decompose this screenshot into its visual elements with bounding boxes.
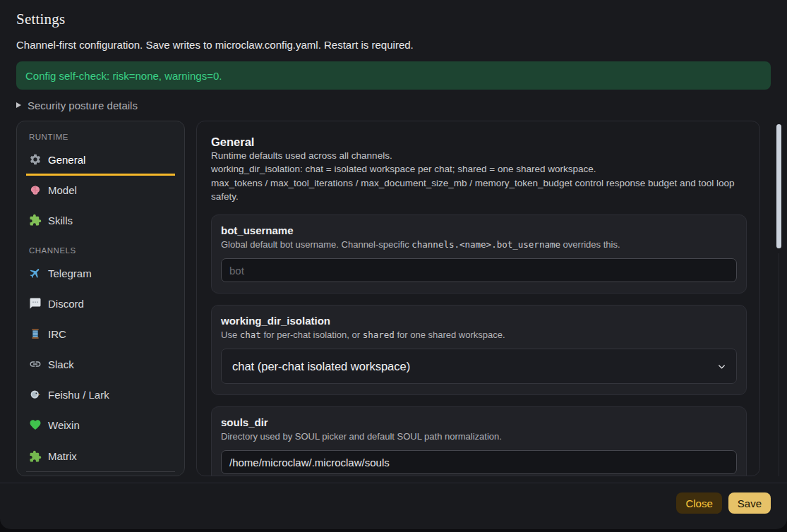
field-description-text: for one shared workspace. [395,330,505,340]
sidebar-item-skills[interactable]: Skills [26,206,175,236]
panel-description-line: working_dir_isolation: chat = isolated w… [211,162,747,176]
sidebar-item-slack[interactable]: Slack [26,350,175,380]
security-details-label: Security posture details [28,99,138,111]
page-title: Settings [16,11,771,28]
souls-dir-input[interactable] [221,450,737,474]
field-name: working_dir_isolation [221,315,737,327]
footer: Close Save [16,492,771,514]
page-subtitle: Channel-first configuration. Save writes… [16,39,771,51]
gear-icon [29,153,42,166]
panel-description: Runtime defaults used across all channel… [211,149,747,203]
sidebar-item-label: Weixin [48,419,80,431]
field-description-text: Global default bot username. Channel-spe… [221,239,411,250]
sidebar-item-irc[interactable]: IRC [26,320,175,350]
sidebar-item-telegram[interactable]: Telegram [26,259,175,289]
link-icon [29,358,42,370]
panel-heading: General [211,135,747,149]
field-card-working-dir-isolation: working_dir_isolation Use chat for per-c… [211,305,747,395]
sidebar-item-weixin[interactable]: Weixin [26,411,175,441]
field-description-code: channels.<name>.bot_username [411,239,560,250]
save-button[interactable]: Save [728,492,771,514]
paper-plane-icon [29,267,42,279]
expand-triangle-icon [16,102,21,108]
close-button[interactable]: Close [676,492,721,514]
sidebar-item-label: Feishu / Lark [48,389,109,401]
settings-sidebar: RUNTIME General Model Skills CHANNELS [16,121,185,476]
field-description-text: for per-chat isolation, or [261,330,363,340]
settings-main-panel: General Runtime defaults used across all… [196,121,760,476]
settings-modal: Settings Channel-first configuration. Sa… [0,0,787,529]
sidebar-item-label: IRC [48,328,66,340]
banner-text: Config self-check: risk=none, warnings=0… [25,70,222,82]
bird-icon [29,388,42,401]
footer-divider [0,483,787,483]
scrollbar-thumb[interactable] [776,124,781,248]
speech-balloon-icon [29,297,42,310]
brain-icon [29,183,42,196]
scrollbar-track [779,253,779,476]
working-dir-isolation-select[interactable]: chat (per-chat isolated workspace) [221,349,737,384]
field-description-code: chat [240,330,261,340]
field-card-bot-username: bot_username Global default bot username… [211,214,747,294]
puzzle-icon [29,214,42,226]
field-description-text: overrides this. [560,239,620,250]
field-name: souls_dir [221,416,737,428]
field-description: Global default bot username. Channel-spe… [221,239,737,250]
panel-description-line: Runtime defaults used across all channel… [211,149,747,162]
bot-username-input[interactable] [221,258,737,282]
sidebar-item-model[interactable]: Model [26,176,175,206]
field-description: Directory used by SOUL picker and defaul… [221,431,737,442]
sidebar-item-feishu-lark[interactable]: Feishu / Lark [26,380,175,411]
field-description-code: shared [363,330,395,340]
selected-option-label: chat (per-chat isolated workspace) [232,360,410,373]
sidebar-item-label: Discord [48,298,84,310]
section-label-runtime: RUNTIME [29,133,174,141]
sidebar-item-discord[interactable]: Discord [26,289,175,320]
sidebar-item-label: Matrix [48,450,77,462]
sidebar-item-label: Telegram [48,267,92,279]
field-description-text: Directory used by SOUL picker and defaul… [221,431,502,442]
sidebar-item-label: Model [48,184,77,196]
chevron-down-icon [716,361,727,372]
sidebar-item-general[interactable]: General [26,145,175,176]
sidebar-item-label: Slack [48,358,74,370]
puzzle-icon [29,450,42,463]
field-description: Use chat for per-chat isolation, or shar… [221,330,737,340]
sidebar-item-label: Skills [48,214,73,226]
sidebar-item-label: General [48,154,85,166]
field-description-text: Use [221,330,240,340]
security-posture-details-toggle[interactable]: Security posture details [16,99,138,111]
thread-spool-icon [29,327,42,340]
green-heart-icon [29,418,42,431]
field-card-souls-dir: souls_dir Directory used by SOUL picker … [211,406,747,476]
config-selfcheck-banner: Config self-check: risk=none, warnings=0… [16,61,771,90]
field-name: bot_username [221,224,737,236]
settings-content: RUNTIME General Model Skills CHANNELS [16,121,771,476]
sidebar-item-matrix[interactable]: Matrix [26,441,175,472]
section-label-channels: CHANNELS [29,246,174,255]
panel-description-line: max_tokens / max_tool_iterations / max_d… [211,176,747,204]
